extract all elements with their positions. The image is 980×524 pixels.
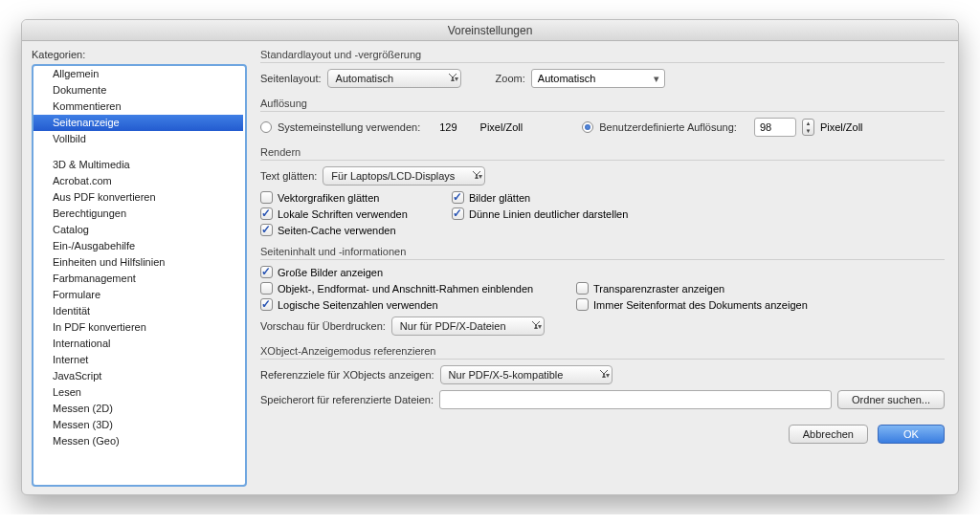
custom-resolution-unit: Pixel/Zoll — [820, 121, 863, 133]
category-item[interactable]: Ein-/Ausgabehilfe — [33, 238, 243, 254]
category-item[interactable]: Einheiten und Hilfslinien — [33, 254, 243, 271]
cancel-button[interactable]: Abbrechen — [789, 425, 868, 444]
category-item[interactable]: Formulare — [33, 287, 243, 303]
resolution-section: Auflösung Systemeinstellung verwenden: 1… — [260, 98, 945, 137]
cb-cache[interactable]: Seiten-Cache verwenden — [260, 224, 452, 236]
system-resolution-radio[interactable] — [260, 121, 272, 133]
cb-fonts[interactable]: Lokale Schriften verwenden — [260, 207, 452, 220]
sidebar: Kategorien: AllgemeinDokumenteKommentier… — [22, 41, 247, 494]
system-resolution-unit: Pixel/Zoll — [480, 121, 523, 133]
category-item[interactable]: Seitenanzeige — [33, 115, 243, 131]
xobject-targets-label: Referenzziele für XObjects anzeigen: — [260, 369, 434, 381]
xobject-targets-select[interactable]: Nur PDF/X-5-kompatible▴▾ — [440, 365, 612, 384]
category-item[interactable]: Messen (Geo) — [33, 433, 243, 449]
category-item[interactable]: Vollbild — [33, 131, 243, 147]
category-item[interactable]: JavaScript — [33, 368, 243, 384]
xobject-location-label: Speicherort für referenzierte Dateien: — [260, 394, 434, 405]
browse-folder-button[interactable]: Ordner suchen... — [837, 390, 945, 409]
category-item[interactable]: Catalog — [33, 222, 243, 238]
overprint-select[interactable]: Nur für PDF/X-Dateien▴▾ — [391, 317, 545, 336]
page-layout-label: Seitenlayout: — [260, 73, 322, 84]
category-list-scroll[interactable]: AllgemeinDokumenteKommentierenSeitenanze… — [33, 66, 245, 485]
cb-boxes[interactable]: Objekt-, Endformat- und Anschnitt-Rahmen… — [260, 282, 576, 295]
zoom-label: Zoom: — [496, 73, 525, 84]
smooth-text-select[interactable]: Für Laptops/LCD-Displays▴▾ — [323, 166, 485, 186]
custom-resolution-input[interactable] — [754, 118, 796, 137]
category-item[interactable]: Identität — [33, 303, 243, 319]
category-item[interactable]: Farbmanagement — [33, 271, 243, 287]
cb-transparency[interactable]: Transparenzraster anzeigen — [576, 282, 945, 295]
category-item[interactable]: 3D & Multimedia — [33, 157, 243, 173]
category-list: AllgemeinDokumenteKommentierenSeitenanze… — [32, 64, 247, 487]
category-item[interactable]: International — [33, 336, 243, 352]
category-item[interactable]: Allgemein — [33, 66, 243, 82]
render-section: Rendern Text glätten: Für Laptops/LCD-Di… — [260, 146, 945, 236]
smooth-text-label: Text glätten: — [260, 170, 317, 182]
render-section-title: Rendern — [260, 146, 945, 161]
category-item[interactable]: Aus PDF konvertieren — [33, 189, 243, 206]
cb-big-images[interactable]: Große Bilder anzeigen — [260, 266, 945, 278]
cb-vector[interactable]: Vektorgrafiken glätten — [260, 191, 452, 204]
custom-resolution-label: Benutzerdefinierte Auflösung: — [599, 121, 737, 133]
xobject-section: XObject-Anzeigemodus referenzieren Refer… — [260, 345, 945, 409]
content-area: Kategorien: AllgemeinDokumenteKommentier… — [22, 41, 958, 494]
window-title: Voreinstellungen — [22, 20, 958, 41]
xobject-location-input[interactable] — [439, 390, 832, 409]
category-item[interactable]: Internet — [33, 352, 243, 368]
preferences-window: Voreinstellungen Kategorien: AllgemeinDo… — [21, 19, 959, 495]
cb-images[interactable]: Bilder glätten — [452, 191, 945, 204]
cb-lines[interactable]: Dünne Linien deutlicher darstellen — [452, 207, 945, 220]
category-item[interactable]: Kommentieren — [33, 98, 243, 115]
category-item[interactable]: Berechtigungen — [33, 206, 243, 222]
layout-section: Standardlayout und -vergrößerung Seitenl… — [260, 49, 945, 88]
zoom-select[interactable]: Automatisch — [531, 69, 665, 88]
category-item[interactable]: In PDF konvertieren — [33, 319, 243, 336]
content-section: Seiteninhalt und -informationen Große Bi… — [260, 246, 945, 336]
custom-resolution-radio[interactable] — [582, 121, 593, 133]
category-item[interactable]: Dokumente — [33, 82, 243, 98]
resolution-section-title: Auflösung — [260, 98, 945, 112]
cb-logical-pages[interactable]: Logische Seitenzahlen verwenden — [260, 298, 576, 311]
category-item[interactable]: Messen (2D) — [33, 401, 243, 417]
category-item[interactable]: Lesen — [33, 384, 243, 401]
overprint-label: Vorschau für Überdrucken: — [260, 320, 386, 332]
category-item[interactable]: Messen (3D) — [33, 417, 243, 433]
xobject-section-title: XObject-Anzeigemodus referenzieren — [260, 345, 945, 360]
page-layout-select[interactable]: Automatisch▴▾ — [327, 69, 461, 88]
system-resolution-value: 129 — [439, 121, 457, 133]
main-panel: Standardlayout und -vergrößerung Seitenl… — [247, 41, 958, 494]
cb-always-size[interactable]: Immer Seitenformat des Dokuments anzeige… — [576, 298, 945, 311]
footer: Abbrechen OK — [260, 419, 945, 444]
content-section-title: Seiteninhalt und -informationen — [260, 246, 945, 260]
sidebar-label: Kategorien: — [32, 49, 247, 60]
resolution-stepper[interactable]: ▲▼ — [802, 119, 814, 136]
system-resolution-label: Systemeinstellung verwenden: — [278, 121, 420, 133]
category-item[interactable]: Acrobat.com — [33, 173, 243, 189]
ok-button[interactable]: OK — [878, 425, 945, 444]
layout-section-title: Standardlayout und -vergrößerung — [260, 49, 945, 63]
